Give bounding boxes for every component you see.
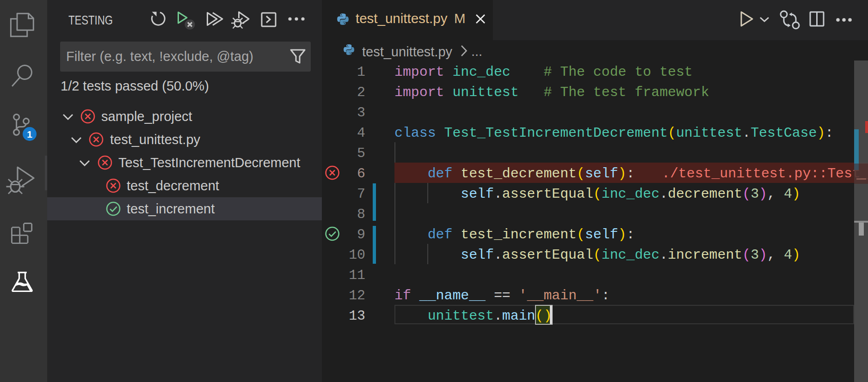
svg-text:1: 1 — [27, 129, 32, 139]
